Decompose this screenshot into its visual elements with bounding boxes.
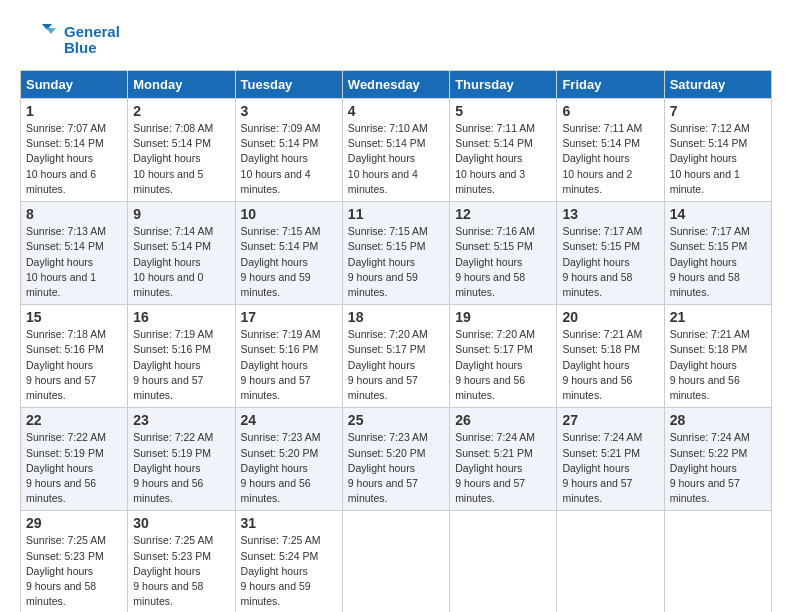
weekday-header: Monday bbox=[128, 71, 235, 99]
day-number: 16 bbox=[133, 309, 229, 325]
calendar-cell: 26 Sunrise: 7:24 AM Sunset: 5:21 PM Dayl… bbox=[450, 408, 557, 511]
day-info: Sunrise: 7:11 AM Sunset: 5:14 PM Dayligh… bbox=[455, 121, 551, 197]
day-info: Sunrise: 7:24 AM Sunset: 5:22 PM Dayligh… bbox=[670, 430, 766, 506]
calendar-cell: 18 Sunrise: 7:20 AM Sunset: 5:17 PM Dayl… bbox=[342, 305, 449, 408]
calendar-cell: 25 Sunrise: 7:23 AM Sunset: 5:20 PM Dayl… bbox=[342, 408, 449, 511]
logo-icon bbox=[20, 20, 60, 60]
day-info: Sunrise: 7:15 AM Sunset: 5:14 PM Dayligh… bbox=[241, 224, 337, 300]
day-number: 27 bbox=[562, 412, 658, 428]
day-number: 26 bbox=[455, 412, 551, 428]
calendar-cell: 31 Sunrise: 7:25 AM Sunset: 5:24 PM Dayl… bbox=[235, 511, 342, 612]
day-info: Sunrise: 7:24 AM Sunset: 5:21 PM Dayligh… bbox=[455, 430, 551, 506]
day-number: 3 bbox=[241, 103, 337, 119]
logo: General Blue bbox=[20, 20, 120, 60]
day-info: Sunrise: 7:12 AM Sunset: 5:14 PM Dayligh… bbox=[670, 121, 766, 197]
day-info: Sunrise: 7:19 AM Sunset: 5:16 PM Dayligh… bbox=[133, 327, 229, 403]
calendar-cell: 12 Sunrise: 7:16 AM Sunset: 5:15 PM Dayl… bbox=[450, 202, 557, 305]
calendar-cell: 22 Sunrise: 7:22 AM Sunset: 5:19 PM Dayl… bbox=[21, 408, 128, 511]
calendar-week-row: 22 Sunrise: 7:22 AM Sunset: 5:19 PM Dayl… bbox=[21, 408, 772, 511]
day-info: Sunrise: 7:17 AM Sunset: 5:15 PM Dayligh… bbox=[562, 224, 658, 300]
day-info: Sunrise: 7:22 AM Sunset: 5:19 PM Dayligh… bbox=[133, 430, 229, 506]
calendar-cell: 13 Sunrise: 7:17 AM Sunset: 5:15 PM Dayl… bbox=[557, 202, 664, 305]
calendar-cell: 19 Sunrise: 7:20 AM Sunset: 5:17 PM Dayl… bbox=[450, 305, 557, 408]
day-number: 20 bbox=[562, 309, 658, 325]
day-number: 15 bbox=[26, 309, 122, 325]
calendar-cell: 23 Sunrise: 7:22 AM Sunset: 5:19 PM Dayl… bbox=[128, 408, 235, 511]
calendar-cell: 9 Sunrise: 7:14 AM Sunset: 5:14 PM Dayli… bbox=[128, 202, 235, 305]
weekday-header: Thursday bbox=[450, 71, 557, 99]
day-info: Sunrise: 7:24 AM Sunset: 5:21 PM Dayligh… bbox=[562, 430, 658, 506]
calendar-cell: 2 Sunrise: 7:08 AM Sunset: 5:14 PM Dayli… bbox=[128, 99, 235, 202]
day-number: 14 bbox=[670, 206, 766, 222]
calendar-cell: 24 Sunrise: 7:23 AM Sunset: 5:20 PM Dayl… bbox=[235, 408, 342, 511]
calendar-cell bbox=[450, 511, 557, 612]
calendar-header-row: SundayMondayTuesdayWednesdayThursdayFrid… bbox=[21, 71, 772, 99]
calendar-cell: 20 Sunrise: 7:21 AM Sunset: 5:18 PM Dayl… bbox=[557, 305, 664, 408]
day-info: Sunrise: 7:07 AM Sunset: 5:14 PM Dayligh… bbox=[26, 121, 122, 197]
day-number: 5 bbox=[455, 103, 551, 119]
calendar-cell: 5 Sunrise: 7:11 AM Sunset: 5:14 PM Dayli… bbox=[450, 99, 557, 202]
day-number: 12 bbox=[455, 206, 551, 222]
calendar-cell: 15 Sunrise: 7:18 AM Sunset: 5:16 PM Dayl… bbox=[21, 305, 128, 408]
day-number: 11 bbox=[348, 206, 444, 222]
day-info: Sunrise: 7:21 AM Sunset: 5:18 PM Dayligh… bbox=[670, 327, 766, 403]
day-number: 24 bbox=[241, 412, 337, 428]
day-info: Sunrise: 7:25 AM Sunset: 5:23 PM Dayligh… bbox=[26, 533, 122, 609]
calendar-cell: 6 Sunrise: 7:11 AM Sunset: 5:14 PM Dayli… bbox=[557, 99, 664, 202]
calendar-cell: 17 Sunrise: 7:19 AM Sunset: 5:16 PM Dayl… bbox=[235, 305, 342, 408]
calendar-cell: 29 Sunrise: 7:25 AM Sunset: 5:23 PM Dayl… bbox=[21, 511, 128, 612]
day-info: Sunrise: 7:21 AM Sunset: 5:18 PM Dayligh… bbox=[562, 327, 658, 403]
calendar-table: SundayMondayTuesdayWednesdayThursdayFrid… bbox=[20, 70, 772, 612]
day-number: 10 bbox=[241, 206, 337, 222]
day-info: Sunrise: 7:13 AM Sunset: 5:14 PM Dayligh… bbox=[26, 224, 122, 300]
calendar-cell: 16 Sunrise: 7:19 AM Sunset: 5:16 PM Dayl… bbox=[128, 305, 235, 408]
calendar-week-row: 1 Sunrise: 7:07 AM Sunset: 5:14 PM Dayli… bbox=[21, 99, 772, 202]
day-info: Sunrise: 7:18 AM Sunset: 5:16 PM Dayligh… bbox=[26, 327, 122, 403]
logo-text: General Blue bbox=[64, 24, 120, 57]
calendar-week-row: 8 Sunrise: 7:13 AM Sunset: 5:14 PM Dayli… bbox=[21, 202, 772, 305]
day-number: 9 bbox=[133, 206, 229, 222]
calendar-cell: 7 Sunrise: 7:12 AM Sunset: 5:14 PM Dayli… bbox=[664, 99, 771, 202]
day-number: 6 bbox=[562, 103, 658, 119]
day-info: Sunrise: 7:15 AM Sunset: 5:15 PM Dayligh… bbox=[348, 224, 444, 300]
day-info: Sunrise: 7:25 AM Sunset: 5:23 PM Dayligh… bbox=[133, 533, 229, 609]
day-number: 8 bbox=[26, 206, 122, 222]
day-info: Sunrise: 7:10 AM Sunset: 5:14 PM Dayligh… bbox=[348, 121, 444, 197]
calendar-cell bbox=[557, 511, 664, 612]
day-number: 19 bbox=[455, 309, 551, 325]
calendar-cell: 21 Sunrise: 7:21 AM Sunset: 5:18 PM Dayl… bbox=[664, 305, 771, 408]
calendar-week-row: 15 Sunrise: 7:18 AM Sunset: 5:16 PM Dayl… bbox=[21, 305, 772, 408]
day-number: 31 bbox=[241, 515, 337, 531]
calendar-cell: 27 Sunrise: 7:24 AM Sunset: 5:21 PM Dayl… bbox=[557, 408, 664, 511]
day-number: 1 bbox=[26, 103, 122, 119]
page-header: General Blue bbox=[20, 20, 772, 60]
day-info: Sunrise: 7:14 AM Sunset: 5:14 PM Dayligh… bbox=[133, 224, 229, 300]
day-info: Sunrise: 7:23 AM Sunset: 5:20 PM Dayligh… bbox=[348, 430, 444, 506]
calendar-cell bbox=[342, 511, 449, 612]
day-number: 29 bbox=[26, 515, 122, 531]
day-number: 2 bbox=[133, 103, 229, 119]
day-number: 7 bbox=[670, 103, 766, 119]
weekday-header: Sunday bbox=[21, 71, 128, 99]
day-number: 13 bbox=[562, 206, 658, 222]
day-info: Sunrise: 7:23 AM Sunset: 5:20 PM Dayligh… bbox=[241, 430, 337, 506]
day-info: Sunrise: 7:11 AM Sunset: 5:14 PM Dayligh… bbox=[562, 121, 658, 197]
calendar-cell: 8 Sunrise: 7:13 AM Sunset: 5:14 PM Dayli… bbox=[21, 202, 128, 305]
day-info: Sunrise: 7:25 AM Sunset: 5:24 PM Dayligh… bbox=[241, 533, 337, 609]
day-info: Sunrise: 7:09 AM Sunset: 5:14 PM Dayligh… bbox=[241, 121, 337, 197]
day-number: 18 bbox=[348, 309, 444, 325]
day-number: 25 bbox=[348, 412, 444, 428]
weekday-header: Tuesday bbox=[235, 71, 342, 99]
svg-marker-1 bbox=[46, 28, 56, 34]
day-number: 22 bbox=[26, 412, 122, 428]
calendar-cell: 4 Sunrise: 7:10 AM Sunset: 5:14 PM Dayli… bbox=[342, 99, 449, 202]
day-info: Sunrise: 7:17 AM Sunset: 5:15 PM Dayligh… bbox=[670, 224, 766, 300]
calendar-week-row: 29 Sunrise: 7:25 AM Sunset: 5:23 PM Dayl… bbox=[21, 511, 772, 612]
day-number: 17 bbox=[241, 309, 337, 325]
day-number: 21 bbox=[670, 309, 766, 325]
calendar-cell: 14 Sunrise: 7:17 AM Sunset: 5:15 PM Dayl… bbox=[664, 202, 771, 305]
calendar-cell: 3 Sunrise: 7:09 AM Sunset: 5:14 PM Dayli… bbox=[235, 99, 342, 202]
weekday-header: Saturday bbox=[664, 71, 771, 99]
calendar-cell: 10 Sunrise: 7:15 AM Sunset: 5:14 PM Dayl… bbox=[235, 202, 342, 305]
day-number: 23 bbox=[133, 412, 229, 428]
